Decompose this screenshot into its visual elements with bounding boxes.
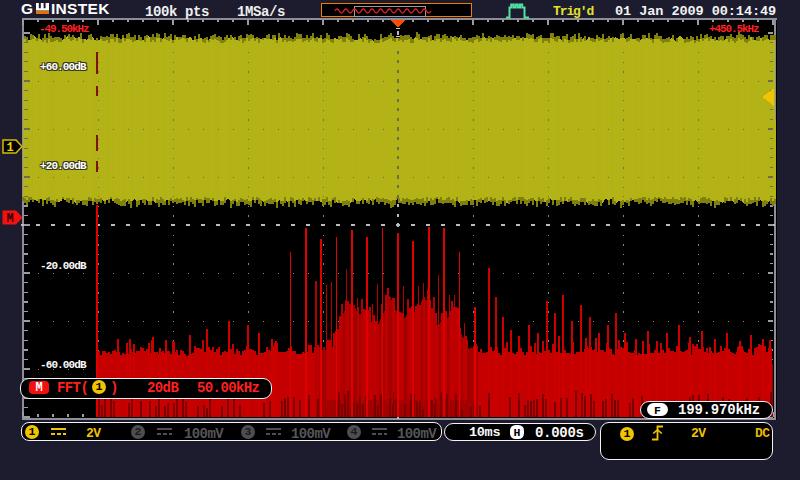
svg-text:1: 1	[6, 141, 13, 154]
svg-text:M: M	[6, 212, 13, 225]
svg-text:H: H	[514, 426, 521, 439]
svg-text:F: F	[654, 403, 661, 415]
